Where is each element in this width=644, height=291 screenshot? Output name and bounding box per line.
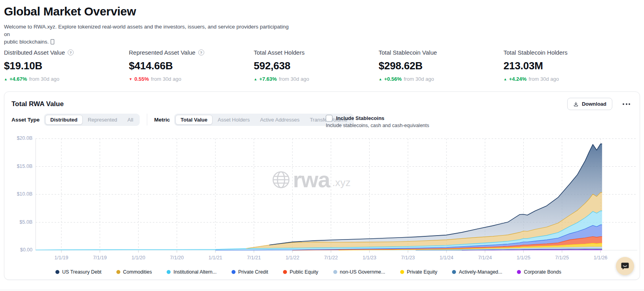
chart-controls: Asset Type DistributedRepresentedAll Met… [11, 113, 354, 126]
missing-glyph-icon [51, 39, 54, 44]
legend-label: Private Equity [407, 269, 437, 275]
stat-represented-asset-value: Represented Asset Value ? $414.66B ▼ 0.5… [129, 48, 254, 82]
legend-label: Private Credit [238, 269, 268, 275]
download-icon [573, 101, 579, 107]
legend-item-actively-managed[interactable]: Actively-Managed... [452, 269, 502, 275]
stat-label: Total Stablecoin Holders [503, 49, 568, 56]
legend-label: Commodities [123, 269, 152, 275]
stat-delta: ▲ +0.56% from 30d ago [379, 76, 504, 82]
legend-dot-icon [517, 270, 521, 274]
stat-label: Distributed Asset Value [4, 49, 65, 56]
help-icon[interactable]: ? [68, 49, 74, 55]
subtitle-line1: Welcome to RWA.xyz. Explore tokenized re… [4, 24, 289, 37]
more-options-icon[interactable] [622, 102, 631, 107]
download-label: Download [582, 101, 606, 107]
page-title: Global Market Overview [4, 3, 136, 20]
metric-option-total-value[interactable]: Total Value [175, 115, 213, 125]
metric-option-asset-holders[interactable]: Asset Holders [213, 115, 255, 125]
include-stablecoins-label[interactable]: Include Stablecoins [336, 115, 384, 121]
legend-item-corporate-bonds[interactable]: Corporate Bonds [517, 269, 561, 275]
card-actions: Download [567, 98, 631, 110]
legend-dot-icon [232, 270, 236, 274]
legend-label: US Treasury Debt [62, 269, 101, 275]
delta-arrow-icon: ▼ [129, 77, 133, 81]
legend-label: Corporate Bonds [524, 269, 561, 275]
stat-value: 592,638 [254, 60, 379, 72]
legend-item-institutional-altern[interactable]: Institutional Altern... [167, 269, 217, 275]
delta-arrow-icon: ▲ [254, 77, 257, 81]
asset-type-option-distributed[interactable]: Distributed [45, 115, 83, 125]
stat-total-stablecoin-value: Total Stablecoin Value $298.62B ▲ +0.56%… [379, 48, 504, 82]
include-stablecoins-checkbox[interactable] [326, 115, 332, 122]
delta-arrow-icon: ▲ [379, 77, 382, 81]
asset-type-label: Asset Type [11, 117, 40, 123]
legend-dot-icon [167, 270, 171, 274]
asset-type-option-all[interactable]: All [122, 115, 138, 125]
total-rwa-value-card: Total RWA Value Download Asset Type Dist… [4, 91, 640, 280]
legend-dot-icon [452, 270, 456, 274]
delta-arrow-icon: ▲ [503, 77, 507, 81]
chart-title: Total RWA Value [11, 100, 64, 108]
page-bottom-divider [0, 290, 644, 290]
global-market-overview-page: Global Market Overview Welcome to RWA.xy… [0, 0, 644, 291]
legend-dot-icon [400, 270, 404, 274]
download-button[interactable]: Download [567, 98, 612, 110]
legend-item-commodities[interactable]: Commodities [116, 269, 152, 275]
page-subtitle: Welcome to RWA.xyz. Explore tokenized re… [4, 23, 293, 46]
legend-dot-icon [283, 270, 287, 274]
stat-value: $19.10B [4, 60, 129, 72]
legend-item-us-treasury-debt[interactable]: US Treasury Debt [55, 269, 101, 275]
asset-type-segmented-control: DistributedRepresentedAll [44, 114, 140, 126]
stat-label: Represented Asset Value [129, 49, 196, 56]
include-stablecoins-group: Include Stablecoins Include stablecoins,… [326, 115, 429, 128]
stat-delta: ▼ 0.55% from 30d ago [129, 76, 254, 82]
stat-delta: ▲ +7.63% from 30d ago [254, 76, 379, 82]
legend-item-private-equity[interactable]: Private Equity [400, 269, 437, 275]
legend-label: Actively-Managed... [459, 269, 502, 275]
stat-value: $298.62B [379, 60, 504, 72]
delta-arrow-icon: ▲ [4, 77, 8, 81]
legend-dot-icon [333, 270, 337, 274]
stat-value: $414.66B [129, 60, 254, 72]
stat-total-asset-holders: Total Asset Holders 592,638 ▲ +7.63% fro… [254, 48, 379, 82]
stat-total-stablecoin-holders: Total Stablecoin Holders 213.03M ▲ +4.24… [503, 48, 629, 82]
stat-delta: ▲ +4.24% from 30d ago [503, 76, 629, 82]
stat-delta: ▲ +4.67% from 30d ago [4, 76, 129, 82]
stat-label: Total Asset Holders [254, 49, 304, 56]
chart-legend: US Treasury DebtCommoditiesInstitutional… [55, 269, 561, 275]
controls-divider [147, 114, 147, 126]
legend-label: Institutional Altern... [173, 269, 217, 275]
stats-row: Distributed Asset Value ? $19.10B ▲ +4.6… [4, 48, 637, 82]
help-icon[interactable]: ? [198, 49, 204, 55]
include-stablecoins-description: Include stablecoins, cash and cash-equiv… [326, 123, 429, 128]
stat-label: Total Stablecoin Value [379, 49, 437, 56]
metric-label: Metric [154, 117, 170, 123]
metric-option-active-addresses[interactable]: Active Addresses [255, 115, 305, 125]
chat-launcher-button[interactable] [616, 257, 634, 275]
legend-dot-icon [116, 270, 120, 274]
legend-label: non-US Governme... [340, 269, 386, 275]
chat-icon [620, 261, 630, 271]
legend-dot-icon [55, 270, 59, 274]
legend-item-public-equity[interactable]: Public Equity [283, 269, 318, 275]
subtitle-line2: public blockchains. [4, 39, 49, 45]
asset-type-option-represented[interactable]: Represented [83, 115, 122, 125]
legend-label: Public Equity [290, 269, 318, 275]
stat-value: 213.03M [503, 60, 629, 72]
legend-item-private-credit[interactable]: Private Credit [232, 269, 268, 275]
stat-distributed-asset-value: Distributed Asset Value ? $19.10B ▲ +4.6… [4, 48, 129, 82]
legend-item-non-us-governme[interactable]: non-US Governme... [333, 269, 386, 275]
